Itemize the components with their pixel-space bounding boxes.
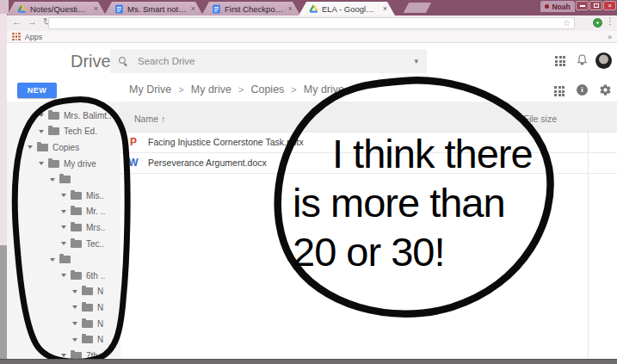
folder-tree-item[interactable]: N	[7, 284, 120, 300]
breadcrumb-item[interactable]: My Drive	[129, 83, 171, 96]
tab-close-icon[interactable]: ×	[287, 4, 293, 13]
drive-content: Mrs. Balimt.. Tech Ed. Copies My drive M…	[7, 102, 617, 359]
folder-tree-sidebar: Mrs. Balimt.. Tech Ed. Copies My drive M…	[7, 102, 120, 359]
breadcrumb-item[interactable]: My drive	[191, 83, 231, 96]
folder-icon	[82, 287, 93, 295]
size-column-header[interactable]: File size	[523, 114, 557, 124]
drive-header: Drive ▾	[7, 43, 617, 79]
window-bottom-bar	[0, 359, 617, 364]
extension-icon[interactable]	[593, 18, 602, 28]
grid-view-icon[interactable]	[554, 86, 565, 96]
chevron-down-icon[interactable]	[61, 354, 66, 357]
breadcrumb-item[interactable]: My drive	[304, 83, 344, 96]
folder-icon	[71, 224, 82, 231]
apps-bookmark-label[interactable]: Apps	[25, 33, 43, 41]
folder-tree-item[interactable]: N	[7, 299, 120, 316]
breadcrumb-separator: >	[238, 84, 244, 95]
folder-tree-item[interactable]: Copies	[7, 139, 120, 156]
folder-icon	[48, 160, 59, 168]
folder-tree-item[interactable]: 6th ..	[7, 268, 120, 284]
bookmark-star-icon[interactable]: ☆	[563, 19, 571, 28]
folder-tree: Mrs. Balimt.. Tech Ed. Copies My drive M…	[7, 108, 120, 364]
chevron-down-icon[interactable]	[61, 194, 66, 197]
chevron-down-icon[interactable]	[61, 210, 66, 213]
chevron-down-icon[interactable]	[61, 242, 66, 245]
folder-tree-item[interactable]: Tec..	[7, 236, 120, 252]
folder-tree-item[interactable]: Mrs. Balimt..	[7, 108, 120, 124]
folder-tree-item[interactable]: Mis..	[7, 188, 120, 204]
folder-label: Mrs..	[86, 223, 105, 232]
tab-close-icon[interactable]: ×	[190, 4, 196, 13]
list-right-divider	[588, 129, 589, 359]
search-input[interactable]	[136, 55, 405, 67]
tab-close-icon[interactable]: ×	[382, 4, 388, 13]
sort-arrow-icon: ↑	[161, 114, 165, 124]
folder-tree-item[interactable]: Tech Ed.	[7, 124, 120, 140]
folder-tree-item[interactable]: Mr. ..	[7, 204, 120, 220]
folder-icon	[82, 320, 93, 328]
folder-label: Tec..	[86, 239, 104, 249]
drive-favicon-icon	[17, 4, 27, 14]
chevron-down-icon[interactable]	[50, 258, 55, 262]
background-window-edge	[0, 245, 7, 359]
new-button[interactable]: NEW	[17, 83, 57, 98]
address-bar[interactable]: ☆	[48, 17, 575, 29]
search-options-caret-icon[interactable]: ▾	[414, 57, 418, 65]
notifications-bell-icon[interactable]	[577, 54, 588, 70]
action-bar: NEW My Drive>My drive>Copies>My drive> i	[7, 79, 617, 102]
chrome-profile-button[interactable]: Noah	[540, 1, 575, 12]
file-row[interactable]: P Facing Injustice Cornerstone Task.pptx	[120, 132, 617, 153]
tab-title: First Checkpoint - Googl	[225, 4, 284, 14]
address-input[interactable]	[52, 18, 563, 28]
minimize-button[interactable]	[576, 1, 589, 10]
folder-tree-item[interactable]: My drive	[7, 156, 120, 172]
chevron-down-icon[interactable]	[50, 178, 55, 182]
avatar[interactable]	[595, 52, 612, 69]
chevron-down-icon[interactable]	[61, 274, 66, 277]
chevron-down-icon[interactable]	[61, 225, 66, 229]
file-type-icon: W	[128, 157, 139, 169]
chevron-down-icon[interactable]	[39, 130, 44, 133]
chrome-menu-icon[interactable]: ⋮	[606, 16, 614, 26]
search-icon[interactable]	[119, 57, 127, 65]
browser-tab[interactable]: Notes/Questions2Answ... ×	[7, 2, 106, 15]
search-box[interactable]: ▾	[110, 49, 427, 73]
maximize-button[interactable]	[589, 1, 602, 10]
tab-close-icon[interactable]: ×	[93, 4, 99, 13]
browser-tab[interactable]: ELA - Google Drive ×	[299, 2, 395, 15]
chevron-down-icon[interactable]	[72, 338, 77, 342]
breadcrumb: My Drive>My drive>Copies>My drive>	[129, 83, 356, 96]
browser-titlebar: Notes/Questions2Answ... × Ms. Smart note…	[0, 0, 617, 15]
google-apps-grid-icon[interactable]	[555, 56, 565, 66]
drive-logo[interactable]: Drive	[71, 52, 111, 71]
folder-tree-item[interactable]: N	[7, 316, 120, 332]
new-tab-button[interactable]	[404, 3, 431, 13]
forward-icon[interactable]: →	[28, 16, 37, 27]
screenshot-root: Notes/Questions2Answ... × Ms. Smart note…	[0, 0, 617, 364]
docs-favicon-icon	[212, 4, 221, 14]
chevron-down-icon[interactable]	[28, 145, 33, 149]
background-window-edge	[0, 0, 9, 14]
folder-tree-item[interactable]: N	[7, 331, 120, 348]
name-column-header[interactable]: Name ↑	[134, 114, 165, 124]
chevron-down-icon[interactable]	[39, 114, 44, 117]
apps-bookmark-icon[interactable]	[12, 33, 21, 41]
folder-icon	[59, 176, 71, 183]
back-icon[interactable]: ←	[12, 16, 22, 27]
chevron-down-icon[interactable]	[72, 290, 77, 293]
chevron-down-icon[interactable]	[39, 162, 44, 165]
breadcrumb-item[interactable]: Copies	[250, 83, 284, 96]
folder-tree-item[interactable]	[7, 171, 120, 188]
file-row[interactable]: W Perseverance Argument.docx	[120, 153, 617, 175]
browser-tab[interactable]: Ms. Smart notes - Goog... ×	[104, 2, 203, 15]
bookmarks-overflow-icon[interactable]: »	[608, 33, 612, 41]
folder-label: N	[97, 287, 103, 296]
browser-tab[interactable]: First Checkpoint - Googl ×	[201, 2, 300, 15]
chevron-down-icon[interactable]	[72, 305, 77, 309]
folder-tree-item[interactable]: Mrs..	[7, 219, 120, 236]
info-icon[interactable]: i	[577, 84, 588, 96]
chevron-down-icon[interactable]	[72, 322, 77, 325]
folder-tree-item[interactable]	[7, 251, 120, 268]
gear-icon[interactable]	[599, 83, 612, 100]
close-window-button[interactable]: ×	[603, 1, 616, 10]
